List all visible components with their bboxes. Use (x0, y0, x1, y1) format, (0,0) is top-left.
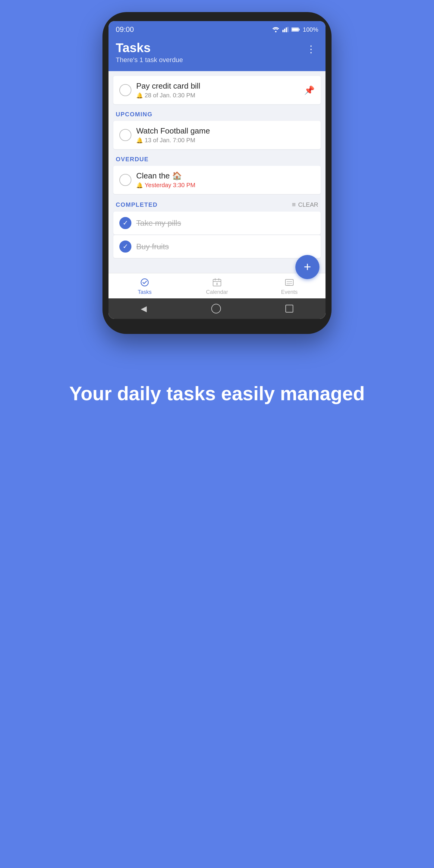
section-label-overdue: OVERDUE (108, 150, 326, 166)
bottom-nav: Tasks 8 Calendar (108, 273, 326, 299)
menu-icon[interactable]: ⋮ (304, 41, 318, 57)
back-button[interactable]: ◀ (141, 304, 147, 313)
upcoming-task-card-0[interactable]: Watch Football game 🔔 13 of Jan. 7:00 PM (113, 121, 321, 149)
bell-icon-upcoming-0: 🔔 (136, 137, 143, 144)
task-left-completed-1: ✓ Buy fruits (119, 241, 169, 253)
clear-button[interactable]: ≡ CLEAR (292, 201, 318, 209)
pin-icon: 📌 (304, 85, 315, 95)
app-header: Tasks There's 1 task overdue ⋮ (108, 36, 326, 71)
task-checkbox-overdue-0[interactable] (119, 174, 131, 186)
app-subtitle: There's 1 task overdue (116, 56, 183, 64)
overdue-task-card-0[interactable]: Clean the 🏠 🔔 Yesterday 3:30 PM (113, 166, 321, 194)
task-checkbox-upcoming-0[interactable] (119, 129, 131, 141)
nav-label-tasks: Tasks (138, 289, 152, 296)
nav-label-calendar: Calendar (206, 289, 228, 296)
nav-item-tasks[interactable]: Tasks (108, 278, 181, 296)
signal-icon (282, 27, 288, 32)
completed-task-card-1[interactable]: ✓ Buy fruits (113, 235, 321, 258)
svg-rect-6 (299, 29, 300, 30)
nav-label-events: Events (281, 289, 298, 296)
nav-item-calendar[interactable]: 8 Calendar (181, 278, 253, 296)
task-info-pinned: Pay credit card bill 🔔 28 of Jan. 0:30 P… (136, 82, 200, 99)
task-info-overdue-0: Clean the 🏠 🔔 Yesterday 3:30 PM (136, 171, 195, 189)
nav-item-events[interactable]: Events (253, 278, 326, 296)
section-label-upcoming: UPCOMING (108, 105, 326, 121)
svg-rect-1 (282, 30, 284, 32)
task-title-pinned: Pay credit card bill (136, 82, 200, 91)
app-title: Tasks (116, 41, 183, 55)
task-title-overdue-0: Clean the 🏠 (136, 171, 195, 181)
task-time-upcoming-0: 🔔 13 of Jan. 7:00 PM (136, 137, 210, 144)
main-content: Pay credit card bill 🔔 28 of Jan. 0:30 P… (108, 71, 326, 319)
svg-rect-14 (285, 279, 293, 285)
wifi-icon (272, 27, 279, 32)
battery-icon (291, 27, 300, 32)
clear-label: CLEAR (298, 201, 318, 208)
section-row-completed: COMPLETED ≡ CLEAR (108, 195, 326, 212)
task-checkbox-completed-1[interactable]: ✓ (119, 241, 131, 253)
svg-text:8: 8 (216, 282, 218, 286)
task-title-completed-1: Buy fruits (136, 242, 169, 251)
task-checkbox-pinned[interactable] (119, 84, 131, 96)
task-title-upcoming-0: Watch Football game (136, 126, 210, 135)
svg-point-8 (141, 279, 148, 286)
status-time: 09:00 (116, 25, 134, 34)
recents-button[interactable] (285, 305, 293, 313)
svg-rect-7 (292, 28, 298, 31)
task-time-pinned: 🔔 28 of Jan. 0:30 PM (136, 92, 200, 99)
task-time-text-upcoming-0: 13 of Jan. 7:00 PM (145, 137, 195, 144)
tagline-text: Your daily tasks easily managed (69, 382, 365, 405)
task-checkbox-completed-0[interactable]: ✓ (119, 217, 131, 229)
bell-icon-overdue-0: 🔔 (136, 182, 143, 189)
svg-rect-2 (284, 29, 285, 32)
svg-rect-4 (287, 27, 288, 32)
task-time-overdue-0: 🔔 Yesterday 3:30 PM (136, 182, 195, 189)
phone-screen: 09:00 (108, 21, 326, 319)
events-nav-icon (284, 278, 294, 287)
calendar-nav-icon: 8 (212, 278, 222, 287)
task-left-overdue-0: Clean the 🏠 🔔 Yesterday 3:30 PM (119, 171, 195, 189)
task-title-completed-0: Take my pills (136, 218, 181, 228)
task-info-completed-0: Take my pills (136, 218, 181, 228)
section-label-completed: COMPLETED (116, 201, 158, 208)
task-left: Pay credit card bill 🔔 28 of Jan. 0:30 P… (119, 82, 200, 99)
svg-point-0 (275, 31, 276, 33)
android-nav-bar: ◀ (108, 299, 326, 319)
tasks-nav-icon (140, 278, 150, 287)
completed-task-card-0[interactable]: ✓ Take my pills (113, 212, 321, 235)
task-info-completed-1: Buy fruits (136, 242, 169, 251)
battery-percent: 100% (303, 26, 318, 33)
phone-frame: 09:00 (102, 12, 332, 334)
task-left-completed-0: ✓ Take my pills (119, 217, 181, 229)
tagline-section: Your daily tasks easily managed (45, 358, 389, 424)
header-title-area: Tasks There's 1 task overdue (116, 41, 183, 64)
status-icons: 100% (272, 26, 318, 33)
task-left-upcoming-0: Watch Football game 🔔 13 of Jan. 7:00 PM (119, 126, 210, 144)
clear-icon: ≡ (292, 201, 296, 209)
bottom-area: ✓ Buy fruits + (108, 235, 326, 273)
pinned-task-card[interactable]: Pay credit card bill 🔔 28 of Jan. 0:30 P… (113, 76, 321, 104)
svg-rect-3 (286, 27, 287, 32)
status-bar: 09:00 (108, 21, 326, 36)
fab-button[interactable]: + (296, 255, 319, 279)
task-time-text-pinned: 28 of Jan. 0:30 PM (145, 92, 195, 99)
home-button[interactable] (211, 304, 221, 313)
task-info-upcoming-0: Watch Football game 🔔 13 of Jan. 7:00 PM (136, 126, 210, 144)
bell-icon-pinned: 🔔 (136, 92, 143, 99)
task-time-text-overdue-0: Yesterday 3:30 PM (145, 182, 195, 189)
